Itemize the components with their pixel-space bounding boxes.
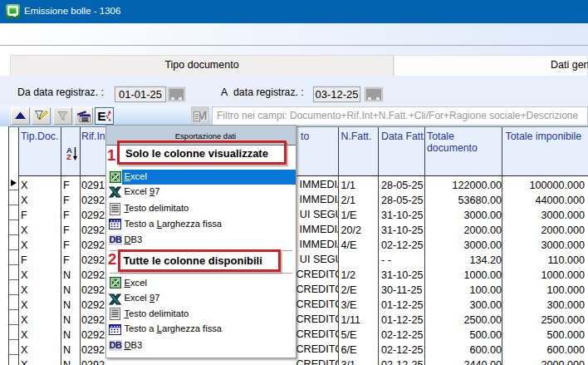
svg-text:Z: Z [66, 151, 71, 160]
svg-text:E: E [97, 109, 105, 123]
